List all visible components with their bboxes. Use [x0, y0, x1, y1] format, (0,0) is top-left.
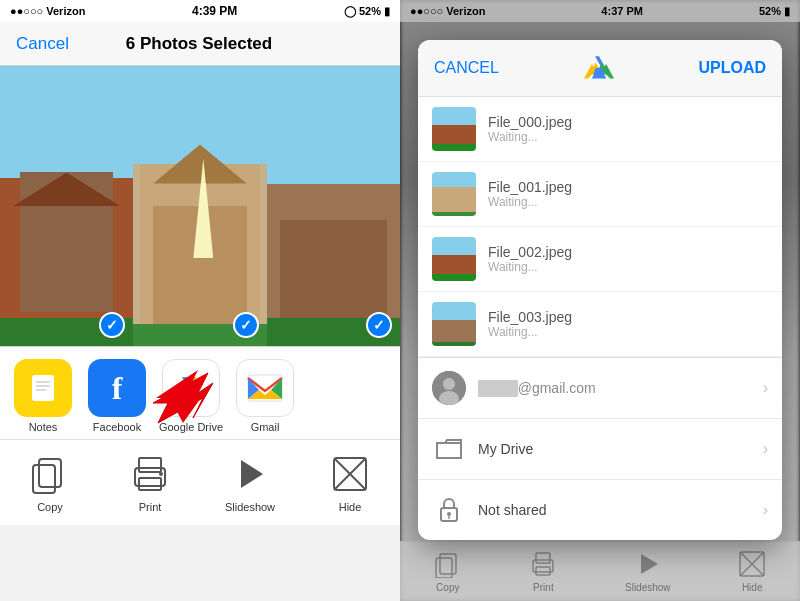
upload-popup: CANCEL UPLOAD [418, 40, 782, 540]
popup-cancel-button[interactable]: CANCEL [434, 59, 499, 77]
status-bar-right-overlay: ●●○○○ Verizon 4:37 PM 52% ▮ [400, 0, 800, 22]
file-thumb-3 [432, 302, 476, 346]
hide-icon-box [325, 452, 375, 496]
file-status-2: Waiting... [488, 260, 768, 274]
file-item-0: File_000.jpeg Waiting... [418, 97, 782, 162]
bottom-hide: Hide [738, 550, 766, 593]
account-row[interactable]: ████@gmail.com › [418, 358, 782, 419]
photo-cell-1[interactable] [0, 66, 133, 346]
bottom-bar-right: Copy Print Slideshow Hide [400, 541, 800, 601]
bottom-print: Print [529, 550, 557, 593]
gmail-icon-box [236, 359, 294, 417]
file-info-1: File_001.jpeg Waiting... [488, 179, 768, 209]
carrier-right: ●●○○○ Verizon [410, 5, 485, 17]
file-list: File_000.jpeg Waiting... File_001.jpeg W… [418, 97, 782, 357]
account-email: ████@gmail.com [478, 380, 751, 396]
svg-rect-42 [436, 558, 452, 578]
bottom-copy: Copy [434, 550, 462, 593]
file-thumb-0 [432, 107, 476, 151]
file-item-3: File_003.jpeg Waiting... [418, 292, 782, 357]
file-name-2: File_002.jpeg [488, 244, 768, 260]
file-name-3: File_003.jpeg [488, 309, 768, 325]
battery-icon-left: ▮ [384, 5, 390, 18]
drive-folder-icon [432, 432, 466, 466]
email-redacted: ████ [478, 380, 518, 396]
slideshow-label: Slideshow [225, 501, 275, 513]
copy-icon-box [25, 452, 75, 496]
file-info-3: File_003.jpeg Waiting... [488, 309, 768, 339]
left-panel: ●●○○○ Verizon 4:39 PM ◯ 52% ▮ Cancel 6 P… [0, 0, 400, 601]
svg-point-20 [159, 472, 163, 476]
nav-bar-left: Cancel 6 Photos Selected [0, 22, 400, 66]
page-title-left: 6 Photos Selected [126, 34, 272, 54]
my-drive-row[interactable]: My Drive › [418, 419, 782, 480]
photo-cell-3[interactable] [267, 66, 400, 346]
svg-rect-44 [536, 553, 550, 563]
file-status-1: Waiting... [488, 195, 768, 209]
popup-header: CANCEL UPLOAD [418, 40, 782, 97]
copy-label: Copy [37, 501, 63, 513]
notes-icon-box [14, 359, 72, 417]
not-shared-row[interactable]: Not shared › [418, 480, 782, 540]
hide-label: Hide [339, 501, 362, 513]
carrier-left: ●●○○○ Verizon [10, 5, 85, 17]
gdrive-logo [584, 54, 614, 82]
my-drive-chevron-icon: › [763, 440, 768, 458]
bottom-print-label: Print [533, 582, 554, 593]
app-gmail[interactable]: Gmail [230, 359, 300, 433]
file-info-0: File_000.jpeg Waiting... [488, 114, 768, 144]
file-name-1: File_001.jpeg [488, 179, 768, 195]
action-copy[interactable]: Copy [0, 452, 100, 513]
lock-icon-box [432, 493, 466, 527]
status-bar-left: ●●○○○ Verizon 4:39 PM ◯ 52% ▮ [0, 0, 400, 22]
svg-rect-19 [139, 478, 161, 490]
bottom-hide-label: Hide [742, 582, 763, 593]
bluetooth-icon-left: ◯ [344, 5, 356, 18]
svg-rect-41 [440, 554, 456, 574]
photo-checkmark-2 [233, 312, 259, 338]
bottom-slideshow-label: Slideshow [625, 582, 671, 593]
svg-marker-21 [241, 460, 263, 488]
file-item-2: File_002.jpeg Waiting... [418, 227, 782, 292]
slideshow-icon-box [225, 452, 275, 496]
popup-upload-button[interactable]: UPLOAD [698, 59, 766, 77]
photo-cell-2[interactable] [133, 66, 266, 346]
action-print[interactable]: Print [100, 452, 200, 513]
red-arrow [148, 368, 208, 418]
bottom-slideshow: Slideshow [625, 550, 671, 593]
account-chevron-icon: › [763, 379, 768, 397]
action-slideshow[interactable]: Slideshow [200, 452, 300, 513]
bottom-copy-label: Copy [436, 582, 459, 593]
photos-grid [0, 66, 400, 346]
print-icon-box [125, 452, 175, 496]
time-left: 4:39 PM [192, 4, 237, 18]
svg-rect-18 [139, 458, 161, 472]
gmail-label: Gmail [251, 421, 280, 433]
app-notes[interactable]: Notes [8, 359, 78, 433]
print-label: Print [139, 501, 162, 513]
file-status-0: Waiting... [488, 130, 768, 144]
file-status-3: Waiting... [488, 325, 768, 339]
file-info-2: File_002.jpeg Waiting... [488, 244, 768, 274]
svg-marker-46 [641, 554, 658, 574]
svg-rect-16 [33, 465, 55, 493]
account-avatar [432, 371, 466, 405]
account-section: ████@gmail.com › My Drive › [418, 357, 782, 540]
action-hide[interactable]: Hide [300, 452, 400, 513]
svg-point-36 [443, 378, 455, 390]
app-facebook[interactable]: f Facebook [82, 359, 152, 433]
file-thumb-2 [432, 237, 476, 281]
facebook-label: Facebook [93, 421, 141, 433]
time-right: 4:37 PM [601, 5, 643, 17]
svg-rect-0 [32, 375, 54, 401]
not-shared-chevron-icon: › [763, 501, 768, 519]
cancel-button-left[interactable]: Cancel [16, 34, 69, 54]
battery-left: ◯ 52% ▮ [344, 5, 390, 18]
right-panel: ●●○○○ Verizon 4:37 PM 52% ▮ CANCEL [400, 0, 800, 601]
file-item-1: File_001.jpeg Waiting... [418, 162, 782, 227]
share-actions: Notes f Facebook [0, 346, 400, 525]
battery-right: 52% ▮ [759, 5, 790, 18]
my-drive-label: My Drive [478, 441, 751, 457]
notes-label: Notes [29, 421, 58, 433]
svg-rect-15 [39, 459, 61, 487]
